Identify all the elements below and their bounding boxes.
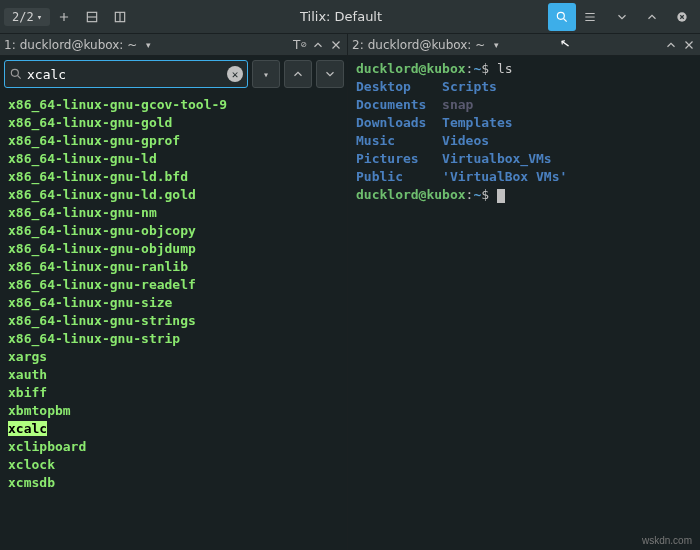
titlebar: 2/2 ▾ Tilix: Default bbox=[0, 0, 700, 34]
close-pane-icon[interactable] bbox=[329, 38, 343, 52]
cursor bbox=[497, 189, 505, 203]
completion-item: x86_64-linux-gnu-strings bbox=[8, 312, 339, 330]
search-icon bbox=[555, 10, 569, 24]
svg-point-2 bbox=[557, 12, 564, 19]
completion-item: x86_64-linux-gnu-ld.bfd bbox=[8, 168, 339, 186]
search-input[interactable] bbox=[23, 67, 227, 82]
search-options-button[interactable]: ▾ bbox=[252, 60, 280, 88]
ls-row: Desktop Scripts bbox=[356, 78, 692, 96]
chevron-down-icon bbox=[323, 67, 337, 81]
prompt-line: ducklord@kubox:~$ bbox=[356, 186, 692, 204]
search-button[interactable] bbox=[548, 3, 576, 31]
search-bar: ✕ ▾ bbox=[4, 58, 344, 90]
completion-item: x86_64-linux-gnu-gprof bbox=[8, 132, 339, 150]
chevron-up-icon bbox=[291, 67, 305, 81]
maximize-pane-icon[interactable] bbox=[311, 38, 325, 52]
pane-header-right[interactable]: 2: ducklord@kubox: ~ ▾ bbox=[348, 34, 700, 56]
session-indicator[interactable]: 2/2 ▾ bbox=[4, 8, 50, 26]
window-title: Tilix: Default bbox=[134, 9, 548, 24]
command-text: ls bbox=[497, 61, 513, 76]
chevron-down-icon[interactable]: ▾ bbox=[489, 38, 503, 52]
completion-item: xauth bbox=[8, 366, 339, 384]
hamburger-icon bbox=[583, 10, 597, 24]
split-right-button[interactable] bbox=[106, 3, 134, 31]
session-count: 2/2 bbox=[12, 10, 34, 24]
chevron-up-icon bbox=[645, 10, 659, 24]
completion-item: x86_64-linux-gnu-gcov-tool-9 bbox=[8, 96, 339, 114]
terminal-pane-left[interactable]: x86_64-linux-gnu-gcov-tool-9x86_64-linux… bbox=[0, 56, 348, 550]
search-prev-button[interactable] bbox=[284, 60, 312, 88]
completion-item: xcmsdb bbox=[8, 474, 339, 492]
split-down-button[interactable] bbox=[78, 3, 106, 31]
completion-item: x86_64-linux-gnu-objcopy bbox=[8, 222, 339, 240]
minimize-button[interactable] bbox=[608, 3, 636, 31]
svg-point-4 bbox=[11, 69, 18, 76]
close-pane-icon[interactable] bbox=[682, 38, 696, 52]
ls-row: Downloads Templates bbox=[356, 114, 692, 132]
search-input-container[interactable]: ✕ bbox=[4, 60, 248, 88]
pane-title: ducklord@kubox: ~ bbox=[368, 38, 486, 52]
clear-search-button[interactable]: ✕ bbox=[227, 66, 243, 82]
completion-item: x86_64-linux-gnu-ld bbox=[8, 150, 339, 168]
pane-header-left[interactable]: 1: ducklord@kubox: ~ ▾ T⊘ bbox=[0, 34, 348, 56]
split-vertical-icon bbox=[85, 10, 99, 24]
maximize-button[interactable] bbox=[638, 3, 666, 31]
completion-item: xclock bbox=[8, 456, 339, 474]
completion-item: xbmtopbm bbox=[8, 402, 339, 420]
search-icon bbox=[9, 67, 23, 81]
maximize-pane-icon[interactable] bbox=[664, 38, 678, 52]
completion-item: x86_64-linux-gnu-objdump bbox=[8, 240, 339, 258]
completion-item: xcalc bbox=[8, 420, 339, 438]
terminal-panes: x86_64-linux-gnu-gcov-tool-9x86_64-linux… bbox=[0, 56, 700, 550]
plus-icon bbox=[57, 10, 71, 24]
chevron-down-icon bbox=[615, 10, 629, 24]
chevron-down-icon: ▾ bbox=[37, 12, 42, 22]
completion-item: x86_64-linux-gnu-gold bbox=[8, 114, 339, 132]
add-tab-button[interactable] bbox=[50, 3, 78, 31]
completion-item: x86_64-linux-gnu-size bbox=[8, 294, 339, 312]
pane-title: ducklord@kubox: ~ bbox=[20, 38, 138, 52]
completion-item: x86_64-linux-gnu-nm bbox=[8, 204, 339, 222]
pane-index: 2: bbox=[352, 38, 364, 52]
search-next-button[interactable] bbox=[316, 60, 344, 88]
close-icon bbox=[675, 10, 689, 24]
pane-headers: 1: ducklord@kubox: ~ ▾ T⊘ 2: ducklord@ku… bbox=[0, 34, 700, 56]
pane-index: 1: bbox=[4, 38, 16, 52]
watermark: wskdn.com bbox=[642, 535, 692, 546]
chevron-down-icon[interactable]: ▾ bbox=[141, 38, 155, 52]
readonly-icon[interactable]: T⊘ bbox=[293, 38, 307, 52]
completion-item: xbiff bbox=[8, 384, 339, 402]
ls-row: Documents snap bbox=[356, 96, 692, 114]
completion-list: x86_64-linux-gnu-gcov-tool-9x86_64-linux… bbox=[0, 96, 347, 492]
terminal-pane-right[interactable]: ducklord@kubox:~$ ls Desktop ScriptsDocu… bbox=[348, 56, 700, 550]
completion-item: xclipboard bbox=[8, 438, 339, 456]
ls-output: Desktop ScriptsDocuments snapDownloads T… bbox=[356, 78, 692, 186]
ls-row: Pictures Virtualbox_VMs bbox=[356, 150, 692, 168]
completion-item: x86_64-linux-gnu-readelf bbox=[8, 276, 339, 294]
prompt-user: ducklord@kubox bbox=[356, 61, 466, 76]
completion-item: x86_64-linux-gnu-strip bbox=[8, 330, 339, 348]
chevron-down-icon: ▾ bbox=[263, 69, 269, 80]
close-button[interactable] bbox=[668, 3, 696, 31]
prompt-line: ducklord@kubox:~$ ls bbox=[356, 60, 692, 78]
close-icon: ✕ bbox=[232, 68, 239, 81]
split-horizontal-icon bbox=[113, 10, 127, 24]
completion-item: x86_64-linux-gnu-ld.gold bbox=[8, 186, 339, 204]
menu-button[interactable] bbox=[576, 3, 604, 31]
ls-row: Public 'VirtualBox VMs' bbox=[356, 168, 692, 186]
completion-item: xargs bbox=[8, 348, 339, 366]
completion-item: x86_64-linux-gnu-ranlib bbox=[8, 258, 339, 276]
ls-row: Music Videos bbox=[356, 132, 692, 150]
